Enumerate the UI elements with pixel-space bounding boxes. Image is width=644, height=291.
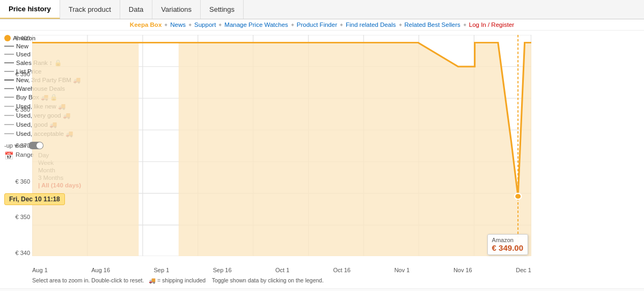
x-sep1: Sep 1 xyxy=(154,267,170,273)
x-axis: Aug 1 Aug 16 Sep 1 Sep 16 Oct 1 Oct 16 N… xyxy=(32,267,531,273)
y-axis: € 400 € 390 € 380 € 370 € 360 € 350 € 34… xyxy=(2,31,32,256)
y-label-360: € 360 xyxy=(15,178,30,185)
main-content: € 400 € 390 € 380 € 370 € 360 € 350 € 34… xyxy=(0,31,644,288)
tab-settings[interactable]: Settings xyxy=(201,0,244,19)
brand-label: Keepa Box xyxy=(130,21,162,28)
nav-login[interactable]: Log In / Register xyxy=(469,21,514,28)
x-sep16: Sep 16 xyxy=(213,267,232,273)
x-nov16: Nov 16 xyxy=(453,267,472,273)
y-label-380: € 380 xyxy=(15,106,30,113)
x-aug1: Aug 1 xyxy=(32,267,48,273)
chart-svg-container[interactable] xyxy=(32,35,531,256)
datetime-badge: Fri, Dec 10 11:18 xyxy=(4,193,65,205)
y-label-400: € 400 xyxy=(15,35,30,41)
tabs-bar: Price history Track product Data Variati… xyxy=(0,0,644,19)
y-label-390: € 390 xyxy=(15,71,30,77)
y-label-340: € 340 xyxy=(15,250,30,256)
price-chart-svg xyxy=(32,35,531,256)
tab-price-history[interactable]: Price history xyxy=(0,0,60,19)
x-aug16: Aug 16 xyxy=(91,267,110,273)
nav-find-related-deals[interactable]: Find related Deals xyxy=(346,21,396,28)
tooltip-title: Amazon xyxy=(492,237,523,243)
nav-manage-price-watches[interactable]: Manage Price Watches xyxy=(224,21,288,28)
tab-data[interactable]: Data xyxy=(120,0,152,19)
nav-related-best-sellers[interactable]: Related Best Sellers xyxy=(405,21,460,28)
tab-variations[interactable]: Variations xyxy=(152,0,201,19)
nav-links-bar: Keepa Box ✦ News ✦ Support ✦ Manage Pric… xyxy=(0,19,644,31)
popup-view-toggle[interactable] xyxy=(28,142,43,149)
x-oct16: Oct 16 xyxy=(333,267,350,273)
y-label-350: € 350 xyxy=(15,214,30,220)
x-oct1: Oct 1 xyxy=(275,267,289,273)
svg-point-19 xyxy=(515,193,521,199)
bottom-bar: (last update: 2 hours ago ↺) 📊 Statistic… xyxy=(0,288,644,291)
nav-support[interactable]: Support xyxy=(194,21,216,28)
tooltip-price: € 349.00 xyxy=(492,243,523,252)
tab-track-product[interactable]: Track product xyxy=(60,0,120,19)
nav-product-finder[interactable]: Product Finder xyxy=(297,21,337,28)
nav-news[interactable]: News xyxy=(170,21,186,28)
chart-hint: Select area to zoom in. Double-click to … xyxy=(32,277,324,284)
price-tooltip: Amazon € 349.00 xyxy=(487,234,528,255)
y-label-370: € 370 xyxy=(15,142,30,149)
x-dec1: Dec 1 xyxy=(516,267,531,273)
x-nov1: Nov 1 xyxy=(394,267,410,273)
